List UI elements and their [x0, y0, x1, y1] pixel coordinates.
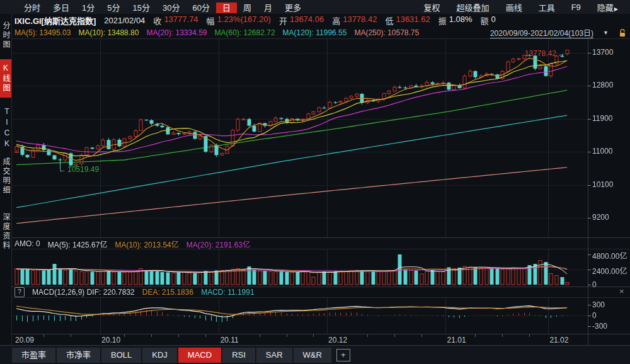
volume-axis-label: 2400.00亿: [592, 265, 627, 276]
quote-info-bar: IXIC.GI[纳斯达克指数] 2021/02/04 收13777.74幅1.2…: [11, 14, 630, 26]
x-axis-label-20.09: 20.09: [15, 336, 34, 344]
amo-legend-item: MA(5): 1425.67亿: [48, 239, 108, 249]
macd-chart[interactable]: [11, 298, 588, 334]
period-tab-15分[interactable]: 15分: [127, 3, 156, 13]
indicator-tab-KDJ[interactable]: KDJ: [142, 348, 177, 363]
period-tab-更多[interactable]: 更多: [278, 3, 307, 13]
indicator-tab-市盈率[interactable]: 市盈率: [12, 348, 55, 363]
x-axis-tick: [421, 334, 422, 337]
ma-legend-items: MA(5): 13495.03MA(10): 13488.80MA(20): 1…: [14, 28, 419, 37]
indicator-tab-MACD[interactable]: MACD: [178, 348, 221, 363]
macd-axis-label: -300: [592, 322, 607, 331]
x-axis-tick: [205, 334, 206, 337]
menu-item-工具[interactable]: 工具: [530, 1, 563, 14]
field-label: 额: [481, 14, 489, 26]
volume-axis-tick: [588, 254, 591, 255]
sidebar-item-K线图[interactable]: K线图: [0, 59, 11, 98]
period-tab-多日[interactable]: 多日: [47, 3, 76, 13]
menu-item-隐藏[interactable]: 隐藏▶: [589, 1, 626, 14]
menu-item-画线[interactable]: 画线: [498, 1, 530, 14]
quote-field-开: 开13674.06: [279, 14, 324, 26]
field-value: 1.23%(167.20): [217, 14, 271, 26]
price-axis-label: 11000: [592, 147, 612, 156]
quote-field-收: 收13777.74: [153, 14, 198, 26]
macd-axis-tick: [588, 305, 591, 305]
ma-legend-item: MA(120): 11996.55: [283, 28, 347, 37]
indicator-tab-SAR[interactable]: SAR: [256, 348, 292, 363]
volume-axis-label: 0: [592, 280, 597, 289]
quote-field-振: 振1.08%: [438, 14, 472, 26]
axis-divider: [588, 39, 588, 345]
macd-legend-items: MACD(12,26,9) DIF: 220.7832DEA: 215.1836…: [32, 288, 255, 297]
add-indicator-button[interactable]: +: [336, 349, 350, 361]
menu-item-复权[interactable]: 复权: [416, 1, 449, 14]
indicator-tab-市净率[interactable]: 市净率: [57, 348, 100, 363]
field-label: 振: [438, 14, 447, 26]
x-axis-tick: [475, 334, 476, 337]
field-value: 0: [491, 14, 496, 26]
close-pane-icon[interactable]: ×: [619, 287, 624, 296]
high-point-value: 13778.42: [525, 49, 556, 58]
expand-arrow-icon: ▶: [614, 6, 618, 12]
date-range-selector[interactable]: 2020/09/09-2021/02/04(103日): [490, 27, 593, 38]
price-axis-label: 10100: [592, 180, 613, 189]
x-axis-label-21.01: 21.01: [447, 336, 466, 344]
help-icon[interactable]: ?: [14, 287, 25, 297]
sidebar-item-深度资料[interactable]: 深度资料: [0, 213, 11, 251]
period-tab-分时[interactable]: 分时: [18, 3, 47, 13]
x-axis-tick: [502, 334, 503, 337]
period-tabs: 分时多日1分5分15分30分60分日周月更多: [18, 1, 307, 13]
right-arrow-icon: →: [558, 49, 565, 58]
price-axis-tick: [588, 119, 591, 120]
indicator-tab-BOLL[interactable]: BOLL: [101, 348, 141, 363]
period-toolbar: 分时多日1分5分15分30分60分日周月更多 复权超级叠加画线工具F9隐藏▶: [0, 0, 630, 14]
symbol-name: IXIC.GI[纳斯达克指数]: [14, 14, 96, 26]
chevron-down-icon[interactable]: ▼: [603, 30, 609, 36]
indicator-tab-W&R[interactable]: W&R: [294, 348, 331, 363]
period-tab-30分[interactable]: 30分: [156, 3, 186, 13]
quote-field-幅: 幅1.23%(167.20): [207, 14, 271, 26]
price-axis-tick: [588, 218, 591, 219]
price-axis-label: 9200: [592, 213, 609, 222]
price-axis-label: 11900: [592, 114, 612, 123]
x-axis-tick: [178, 334, 179, 337]
menu-item-超级叠加[interactable]: 超级叠加: [449, 1, 498, 14]
macd-axis-label: 0: [592, 311, 597, 320]
period-tab-1分[interactable]: 1分: [76, 3, 101, 13]
indicator-tab-RSI[interactable]: RSI: [222, 348, 255, 363]
amo-legend-item: MA(10): 2013.54亿: [115, 239, 178, 249]
field-value: 13674.06: [290, 14, 324, 26]
indicator-tabs: 市盈率市净率BOLLKDJMACDRSISARW&R: [12, 348, 331, 363]
macd-legend-item: MACD(12,26,9) DIF: 220.7832: [32, 288, 135, 297]
quote-field-低: 低13631.62: [385, 14, 430, 26]
candlestick-chart[interactable]: [11, 39, 588, 238]
period-tab-日[interactable]: 日: [216, 3, 237, 13]
sidebar-item-成交明细[interactable]: 成交明细: [0, 157, 11, 195]
macd-legend-item: MACD: 11.1991: [201, 288, 255, 297]
sidebar-item-TICK[interactable]: TICK: [0, 107, 11, 150]
period-tab-月[interactable]: 月: [258, 3, 278, 13]
amo-legend-item: MA(20): 2191.63亿: [186, 239, 250, 249]
period-tab-5分[interactable]: 5分: [101, 3, 126, 13]
price-axis-label: 13700: [592, 48, 613, 57]
price-axis-tick: [588, 53, 591, 54]
sidebar-item-分时图[interactable]: 分时图: [0, 21, 11, 50]
x-axis-tick: [394, 334, 395, 337]
ma-legend-item: MA(20): 13334.59: [146, 28, 207, 37]
period-tab-60分[interactable]: 60分: [186, 3, 215, 13]
x-axis-label-21.02: 21.02: [549, 336, 568, 344]
toolbar-right-menu: 复权超级叠加画线工具F9隐藏▶: [416, 1, 630, 14]
macd-axis-label: 300: [592, 300, 605, 309]
price-axis-tick: [588, 152, 591, 152]
field-value: 1.08%: [449, 14, 472, 26]
x-axis-label-20.12: 20.12: [328, 336, 347, 344]
field-label: 收: [153, 14, 161, 26]
macd-legend-item: DEA: 215.1836: [142, 288, 193, 297]
menu-item-F9[interactable]: F9: [563, 2, 589, 13]
period-tab-周[interactable]: 周: [237, 3, 258, 13]
quote-field-高: 高13778.42: [332, 14, 377, 26]
x-axis-tick: [529, 334, 530, 337]
price-axis-tick: [588, 86, 591, 86]
volume-chart[interactable]: [11, 249, 588, 287]
unlock-icon[interactable]: [619, 28, 626, 37]
